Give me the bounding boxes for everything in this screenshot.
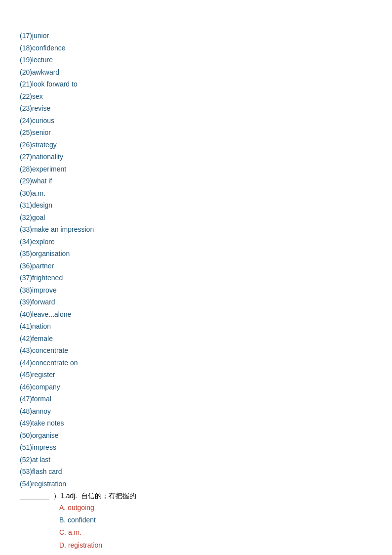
word-item-33: (33)make an impression xyxy=(20,223,372,236)
word-item-51: (51)impress xyxy=(20,441,372,454)
quiz-item-1: ）1.adj. 自信的；有把握的 xyxy=(20,492,372,501)
word-item-54: (54)registration xyxy=(20,478,372,490)
word-item-27: (27)nationality xyxy=(20,151,372,163)
quiz-pos-1: ）1.adj. xyxy=(53,492,77,501)
quiz-option-1b: B. confident xyxy=(59,514,372,526)
word-item-50: (50)organise xyxy=(20,429,372,442)
word-item-39: (39)forward xyxy=(20,296,372,308)
word-item-31: (31)design xyxy=(20,199,372,212)
word-item-21: (21)look forward to xyxy=(20,78,372,90)
word-item-30: (30)a.m. xyxy=(20,187,372,200)
word-item-40: (40)leave...alone xyxy=(20,308,372,321)
word-item-38: (38)improve xyxy=(20,284,372,297)
word-item-53: (53)flash card xyxy=(20,466,372,478)
quiz-option-1a: A. outgoing xyxy=(59,502,372,514)
word-item-23: (23)revise xyxy=(20,102,372,115)
word-item-17: (17)junior xyxy=(20,30,372,42)
word-item-44: (44)concentrate on xyxy=(20,357,372,369)
quiz-blank-1 xyxy=(20,492,49,500)
word-item-36: (36)partner xyxy=(20,260,372,272)
word-item-28: (28)experiment xyxy=(20,163,372,175)
word-item-46: (46)company xyxy=(20,381,372,393)
quiz-options-1: A. outgoing B. confident C. a.m. D. regi… xyxy=(59,502,372,552)
word-item-49: (49)take notes xyxy=(20,417,372,429)
word-item-34: (34)explore xyxy=(20,236,372,248)
word-list: (17)junior(18)confidence(19)lecture(20)a… xyxy=(20,30,372,490)
quiz-option-1c: C. a.m. xyxy=(59,526,372,539)
word-item-24: (24)curious xyxy=(20,115,372,127)
word-item-35: (35)organisation xyxy=(20,248,372,260)
word-item-37: (37)frightened xyxy=(20,272,372,284)
word-item-32: (32)goal xyxy=(20,212,372,224)
word-item-45: (45)register xyxy=(20,369,372,381)
word-item-47: (47)formal xyxy=(20,393,372,405)
quiz-chinese-1: 自信的；有把握的 xyxy=(81,492,136,501)
word-item-18: (18)confidence xyxy=(20,42,372,54)
word-item-26: (26)strategy xyxy=(20,139,372,151)
word-item-19: (19)lecture xyxy=(20,54,372,66)
word-item-20: (20)awkward xyxy=(20,66,372,79)
word-item-41: (41)nation xyxy=(20,320,372,333)
word-item-48: (48)annoy xyxy=(20,405,372,418)
quiz-option-1d: D. registration xyxy=(59,539,372,552)
quiz-section: ）1.adj. 自信的；有把握的 A. outgoing B. confiden… xyxy=(20,492,372,555)
word-item-25: (25)senior xyxy=(20,127,372,139)
word-item-52: (52)at last xyxy=(20,454,372,466)
word-item-42: (42)female xyxy=(20,333,372,345)
word-item-22: (22)sex xyxy=(20,90,372,103)
word-item-29: (29)what if xyxy=(20,175,372,187)
word-item-43: (43)concentrate xyxy=(20,344,372,357)
